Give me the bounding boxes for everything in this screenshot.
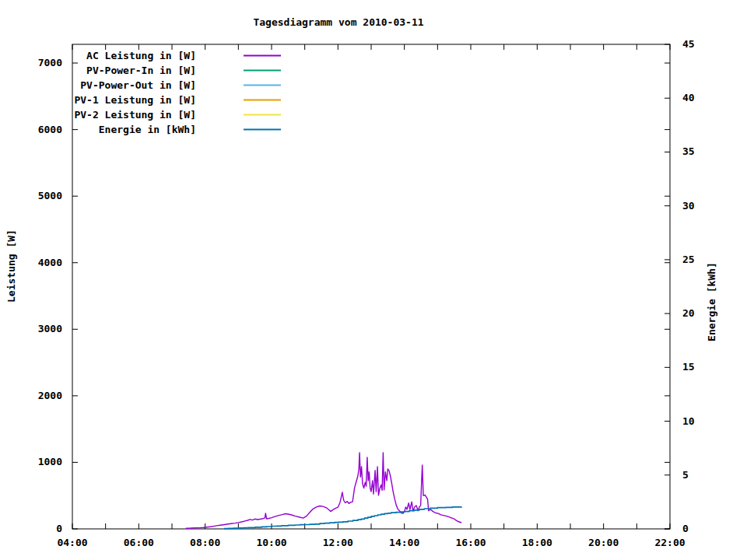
y-tick-label: 2000 [38, 390, 62, 401]
chart-canvas: Tagesdiagramm vom 2010-03-11 Leistung [W… [0, 0, 747, 560]
x-tick-label: 10:00 [256, 537, 286, 548]
y-tick-label: 1000 [38, 456, 62, 467]
y2-tick-label: 20 [682, 307, 695, 319]
y2-tick-label: 5 [682, 469, 689, 481]
y2-tick-label: 35 [682, 145, 695, 157]
y2-tick-label: 15 [682, 361, 695, 373]
x-tick-label: 14:00 [389, 537, 419, 548]
legend-label-pv-power-in: PV-Power-In in [W] [86, 65, 196, 76]
y2-tick-label: 10 [682, 415, 695, 427]
y2-tick-label: 45 [682, 38, 695, 50]
legend-label-pv-power-out: PV-Power-Out in [W] [80, 79, 196, 91]
x-tick-label: 08:00 [190, 537, 220, 548]
y2-tick-label: 40 [682, 92, 695, 103]
x-tick-label: 12:00 [323, 537, 353, 548]
y2-tick-label: 0 [682, 523, 689, 534]
y2-tick-label: 25 [682, 254, 695, 265]
legend-label-ac-leistung: AC Leistung in [W] [86, 50, 196, 61]
x-tick-label: 18:00 [522, 537, 552, 548]
y-tick-label: 4000 [38, 257, 62, 268]
series-ac-leistung [186, 453, 461, 528]
y-tick-label: 6000 [38, 124, 62, 135]
series-energie [224, 507, 461, 529]
legend-label-pv2-leistung: PV-2 Leistung in [W] [74, 109, 196, 121]
y-tick-label: 5000 [38, 190, 62, 201]
y2-tick-label: 30 [682, 200, 695, 212]
x-tick-label: 16:00 [455, 537, 486, 548]
y-tick-label: 3000 [38, 323, 62, 334]
x-tick-label: 20:00 [588, 537, 619, 548]
plot-area: 04:0006:0008:0010:0012:0014:0016:0018:00… [0, 0, 747, 560]
y-tick-label: 7000 [38, 57, 62, 68]
x-tick-label: 04:00 [57, 537, 87, 548]
legend-label-energie: Energie in [kWh] [99, 124, 196, 135]
legend-label-pv1-leistung: PV-1 Leistung in [W] [74, 94, 196, 106]
y-tick-label: 0 [56, 523, 62, 534]
x-tick-label: 22:00 [654, 537, 685, 548]
x-tick-label: 06:00 [124, 537, 154, 548]
